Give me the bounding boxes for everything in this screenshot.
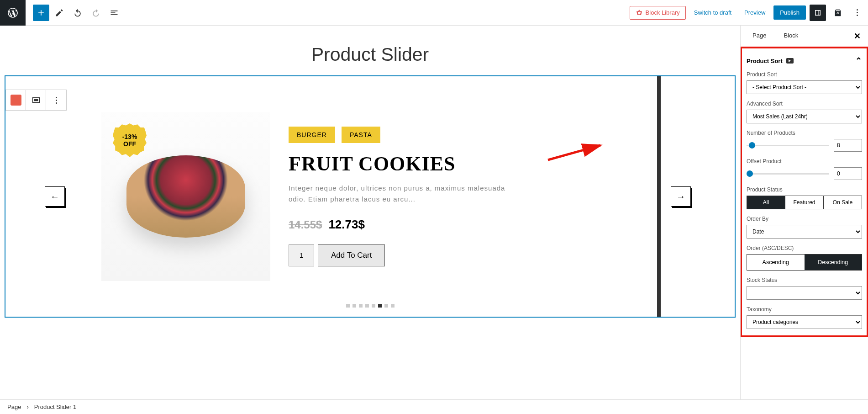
product-description: Integer neque dolor, ultrices non purus … — [289, 183, 508, 205]
page-title[interactable]: Product Slider — [0, 44, 740, 65]
block-library-button[interactable]: Block Library — [630, 6, 686, 20]
ascending-button[interactable]: Ascending — [747, 255, 805, 270]
quantity-input[interactable] — [289, 244, 314, 266]
more-options-button[interactable] — [850, 5, 864, 21]
add-block-button[interactable] — [33, 5, 49, 21]
advanced-sort-select[interactable]: Most Sales (Last 24hr) — [747, 110, 862, 123]
field-label: Stock Status — [747, 277, 862, 283]
order-direction-group: Ascending Descending — [747, 254, 862, 271]
slider-dot[interactable] — [352, 304, 356, 308]
field-label: Advanced Sort — [747, 101, 862, 107]
product-sort-panel: Product Sort ⌃ Product Sort - Select Pro… — [740, 47, 868, 337]
settings-sidebar: Page Block ✕ Product Sort ⌃ Product Sort… — [740, 26, 868, 399]
field-label: Offset Product — [747, 158, 862, 165]
field-label: Number of Products — [747, 130, 862, 136]
slider-dot[interactable] — [346, 304, 350, 308]
order-by-select[interactable]: Date — [747, 225, 862, 239]
breadcrumb-separator: › — [26, 403, 28, 410]
svg-rect-1 — [34, 99, 38, 101]
taxonomy-select[interactable]: Product categories — [747, 315, 862, 329]
slider-dot[interactable] — [365, 304, 369, 308]
slider-prev-button[interactable]: ← — [45, 186, 65, 207]
publish-button[interactable]: Publish — [773, 5, 806, 20]
wordpress-icon — [7, 7, 19, 19]
add-to-cart-button[interactable]: Add To Cart — [318, 244, 385, 266]
product-tag[interactable]: PASTA — [342, 127, 380, 143]
current-price: 12.73$ — [328, 218, 365, 232]
num-products-input[interactable] — [834, 139, 862, 152]
product-image: -13%OFF — [101, 112, 270, 281]
descending-button[interactable]: Descending — [805, 255, 862, 270]
video-icon — [786, 58, 794, 64]
panel-header[interactable]: Product Sort ⌃ — [747, 53, 862, 71]
product-sort-select[interactable]: - Select Product Sort - — [747, 80, 862, 94]
settings-panel-toggle[interactable] — [810, 5, 826, 21]
woocommerce-button[interactable] — [830, 5, 846, 21]
close-sidebar-button[interactable]: ✕ — [854, 26, 861, 47]
slider-next-button[interactable]: → — [671, 186, 691, 207]
chevron-up-icon: ⌃ — [855, 56, 862, 66]
product-tag[interactable]: BURGER — [289, 127, 335, 143]
field-label: Order By — [747, 216, 862, 222]
slider-dot[interactable] — [359, 304, 363, 308]
slider-dot[interactable] — [384, 304, 388, 308]
breadcrumb-item[interactable]: Product Slider 1 — [34, 403, 77, 410]
product-status-group: All Featured On Sale — [747, 196, 862, 209]
cookie-illustration — [126, 155, 245, 238]
slider-dot[interactable] — [372, 304, 375, 308]
preview-button[interactable]: Preview — [740, 6, 770, 19]
field-label: Taxonomy — [747, 306, 862, 313]
document-outline-button[interactable] — [106, 5, 122, 21]
slider-pagination — [346, 304, 395, 308]
top-toolbar: Block Library Switch to draft Preview Pu… — [0, 0, 868, 26]
editor-canvas: Product Slider ← → -13%OFF BURGER PA — [0, 26, 740, 399]
status-all-button[interactable]: All — [747, 196, 785, 209]
status-onsale-button[interactable]: On Sale — [823, 196, 862, 209]
undo-button[interactable] — [69, 5, 86, 21]
product-title: FRUIT COOKIES — [289, 152, 657, 175]
discount-badge: -13%OFF — [113, 123, 147, 157]
block-icon — [11, 95, 21, 106]
block-type-button[interactable] — [6, 90, 26, 110]
field-label: Order (ASC/DESC) — [747, 245, 862, 251]
status-featured-button[interactable]: Featured — [785, 196, 823, 209]
breadcrumb-page[interactable]: Page — [7, 403, 21, 410]
block-more-button[interactable] — [46, 90, 66, 110]
stock-status-select[interactable] — [747, 286, 862, 300]
scrollbar-thumb[interactable] — [740, 26, 741, 58]
slider-dot[interactable] — [378, 304, 382, 308]
basket-icon — [636, 9, 643, 16]
offset-input[interactable] — [834, 167, 862, 180]
tab-block[interactable]: Block — [779, 26, 803, 47]
field-label: Product Sort — [747, 71, 862, 78]
field-label: Product Status — [747, 186, 862, 193]
tab-page[interactable]: Page — [748, 26, 771, 47]
redo-button[interactable] — [88, 5, 104, 21]
wordpress-logo[interactable] — [0, 0, 26, 26]
switch-draft-button[interactable]: Switch to draft — [689, 6, 736, 19]
old-price: 14.55$ — [289, 218, 322, 231]
product-slider-block[interactable]: ← → -13%OFF BURGER PASTA FRUIT COOKIES I… — [5, 75, 736, 318]
offset-slider[interactable] — [747, 173, 829, 175]
breadcrumb-footer: Page › Product Slider 1 — [0, 399, 868, 414]
block-toolbar — [5, 90, 67, 111]
align-button[interactable] — [26, 90, 46, 110]
num-products-slider[interactable] — [747, 145, 829, 146]
edit-mode-button[interactable] — [51, 5, 68, 21]
slider-dot[interactable] — [391, 304, 395, 308]
